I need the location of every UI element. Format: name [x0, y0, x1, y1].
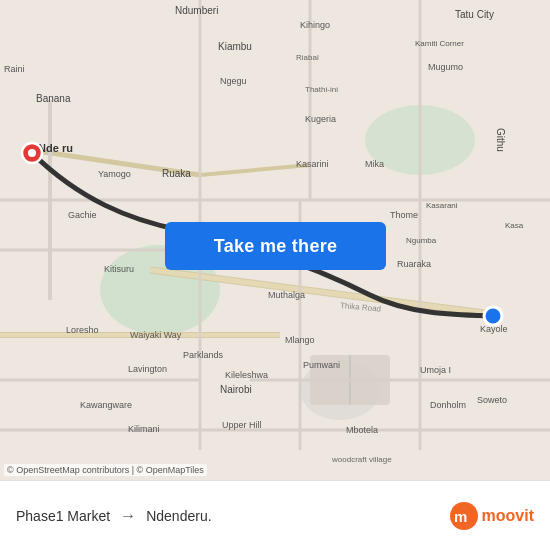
svg-text:Riabal: Riabal — [296, 53, 319, 62]
bottom-bar: Phase1 Market → Ndenderu. m moovit — [0, 480, 550, 550]
svg-point-72 — [484, 307, 502, 325]
svg-text:Parklands: Parklands — [183, 350, 224, 360]
svg-point-71 — [28, 149, 36, 157]
moovit-icon: m — [450, 502, 478, 530]
svg-text:Kihingo: Kihingo — [300, 20, 330, 30]
svg-text:Thathi-ini: Thathi-ini — [305, 85, 338, 94]
moovit-text: moovit — [482, 507, 534, 525]
map-attribution: © OpenStreetMap contributors | © OpenMap… — [4, 464, 207, 476]
svg-text:Ngumba: Ngumba — [406, 236, 437, 245]
svg-text:Gachie: Gachie — [68, 210, 97, 220]
svg-text:Banana: Banana — [36, 93, 71, 104]
svg-text:Ndumberi: Ndumberi — [175, 5, 218, 16]
svg-text:Githu: Githu — [495, 128, 506, 152]
svg-text:Kawangware: Kawangware — [80, 400, 132, 410]
svg-text:Mika: Mika — [365, 159, 384, 169]
svg-text:Lavington: Lavington — [128, 364, 167, 374]
svg-text:Kileleshwa: Kileleshwa — [225, 370, 268, 380]
svg-text:Thome: Thome — [390, 210, 418, 220]
svg-text:Kugeria: Kugeria — [305, 114, 336, 124]
svg-text:Upper Hill: Upper Hill — [222, 420, 262, 430]
svg-text:Donholm: Donholm — [430, 400, 466, 410]
svg-text:Kasa: Kasa — [505, 221, 524, 230]
svg-text:Tatu City: Tatu City — [455, 9, 494, 20]
svg-text:woodcraft village: woodcraft village — [331, 455, 392, 464]
svg-text:m: m — [454, 508, 467, 525]
svg-text:Kiambu: Kiambu — [218, 41, 252, 52]
route-arrow: → — [120, 507, 136, 525]
svg-text:Kasarani: Kasarani — [426, 201, 458, 210]
svg-text:Umoja I: Umoja I — [420, 365, 451, 375]
svg-text:Yamogo: Yamogo — [98, 169, 131, 179]
svg-text:Ruaka: Ruaka — [162, 168, 191, 179]
svg-text:Mlango: Mlango — [285, 335, 315, 345]
attribution-text: © OpenStreetMap contributors | © OpenMap… — [7, 465, 204, 475]
svg-text:Mugumo: Mugumo — [428, 62, 463, 72]
svg-text:Nairobi: Nairobi — [220, 384, 252, 395]
svg-text:Ruaraka: Ruaraka — [397, 259, 431, 269]
svg-text:Raini: Raini — [4, 64, 25, 74]
svg-text:ru: ru — [62, 142, 73, 154]
svg-text:Kamiti Corner: Kamiti Corner — [415, 39, 464, 48]
svg-text:Pumwani: Pumwani — [303, 360, 340, 370]
route-from: Phase1 Market — [16, 508, 110, 524]
svg-text:Mbotela: Mbotela — [346, 425, 378, 435]
svg-text:Ngegu: Ngegu — [220, 76, 247, 86]
map-container: Tatu City Ndumberi Kihingo Kiambu Riabal… — [0, 0, 550, 480]
svg-text:Kasarini: Kasarini — [296, 159, 329, 169]
svg-text:Waiyaki Way: Waiyaki Way — [130, 330, 182, 340]
svg-text:Kitisuru: Kitisuru — [104, 264, 134, 274]
svg-text:Loresho: Loresho — [66, 325, 99, 335]
svg-text:Soweto: Soweto — [477, 395, 507, 405]
route-to: Ndenderu. — [146, 508, 211, 524]
svg-text:Muthalga: Muthalga — [268, 290, 305, 300]
svg-text:Kilimani: Kilimani — [128, 424, 160, 434]
take-me-there-button[interactable]: Take me there — [165, 222, 386, 270]
moovit-logo: m moovit — [450, 502, 534, 530]
